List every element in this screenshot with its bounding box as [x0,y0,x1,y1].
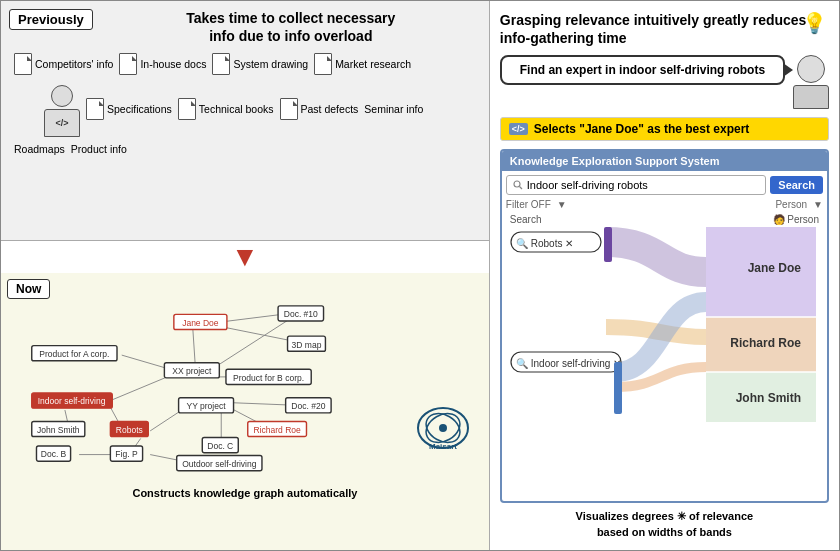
previously-badge: Previously [9,9,93,30]
sankey-svg: 🔍 Robots ✕ 🔍 Indoor self-driving ✕ Jane … [506,227,816,422]
svg-text:XX project: XX project [172,366,212,376]
svg-text:Product for A corp.: Product for A corp. [39,349,109,359]
info-label: In-house docs [140,58,206,70]
person-filter-label: Person [775,199,807,210]
svg-text:Product for B corp.: Product for B corp. [233,373,304,383]
main-container: Previously Takes time to collect necessa… [0,0,840,551]
speech-bubble-area: Find an expert in indoor self-driving ro… [500,55,829,109]
info-item-competitors: Competitors' info [14,53,113,75]
doc-icon [212,53,230,75]
person-head-right [797,55,825,83]
graph-area: Jane Doe Doc. #10 3D map Product for A c… [7,303,483,483]
svg-text:Doc. C: Doc. C [207,441,233,451]
right-title-text: Grasping relevance intuitively greatly r… [500,12,807,46]
doc-icon [178,98,196,120]
right-panel: Grasping relevance intuitively greatly r… [490,1,839,550]
code-icon: </> [509,123,528,135]
code-badge: </> [55,118,68,128]
now-section: Now [1,273,489,550]
svg-text:Doc. B: Doc. B [41,449,67,459]
arrow-down: ▼ [1,241,489,273]
doc-icon [14,53,32,75]
info-label: Market research [335,58,411,70]
svg-text:Indoor self-driving: Indoor self-driving [38,396,106,406]
person-body-right [793,85,829,109]
info-label: Technical books [199,103,274,115]
bubble-text: Find an expert in indoor self-driving ro… [520,63,765,77]
sankey-header-search: Search [510,214,542,225]
graph-edges [65,312,302,462]
info-label: Past defects [301,103,359,115]
search-input-mock[interactable]: Indoor self-driving robots [506,175,766,195]
star-icon: ✳ [677,510,686,522]
sankey-area: Search 🧑 Person [506,214,823,424]
info-item-tech: Technical books [178,81,274,137]
svg-text:Jane Doe: Jane Doe [747,261,801,275]
doc-icon [86,98,104,120]
svg-point-52 [439,424,447,432]
person-head [51,85,73,107]
system-title: Knowledge Exploration Support System [510,155,720,167]
info-item-specs: Specifications [86,81,172,137]
svg-line-55 [519,187,522,190]
speech-bubble: Find an expert in indoor self-driving ro… [500,55,785,85]
svg-rect-68 [604,227,612,262]
svg-text:John Smith: John Smith [37,425,80,435]
person-icon-left: </> [44,85,80,137]
filter-row: Filter OFF ▼ Person ▼ [506,199,823,210]
graph-footer: Constructs knowledge graph automatically [7,487,483,499]
info-item-market: Market research [314,53,411,75]
footer-text: Visualizes degrees [576,510,677,522]
svg-text:Robots: Robots [116,425,143,435]
svg-text:Richard Roe: Richard Roe [730,336,801,350]
info-item-system: System drawing [212,53,308,75]
svg-text:Doc. #20: Doc. #20 [291,401,325,411]
info-label: System drawing [233,58,308,70]
info-label: Roadmaps [14,143,65,155]
info-item-product: Product info [71,143,127,155]
svg-text:YY project: YY project [186,401,226,411]
svg-text:Outdoor self-driving: Outdoor self-driving [182,459,257,469]
filter-label: Filter OFF [506,199,551,210]
svg-text:Doc. #10: Doc. #10 [284,309,318,319]
lightbulb-icon: 💡 [802,11,827,35]
info-items: Competitors' info In-house docs System d… [9,53,481,155]
search-value: Indoor self-driving robots [527,179,648,191]
jane-doe-banner: </> Selects "Jane Doe" as the best exper… [500,117,829,141]
previously-section: Previously Takes time to collect necessa… [1,1,489,241]
maisart-logo: Maisart [413,403,473,453]
now-badge: Now [7,279,50,299]
info-item-seminar: Seminar info [364,81,423,137]
info-label: Competitors' info [35,58,113,70]
left-panel: Previously Takes time to collect necessa… [1,1,490,550]
person-filter-toggle: ▼ [813,199,823,210]
search-button[interactable]: Search [770,176,823,194]
sankey-headers: Search 🧑 Person [506,214,823,225]
svg-text:🔍 Robots  ✕: 🔍 Robots ✕ [516,237,573,250]
search-icon [513,180,523,190]
doc-icon [314,53,332,75]
svg-text:John Smith: John Smith [735,391,800,405]
previously-title: Takes time to collect necessaryinfo due … [101,9,481,45]
graph-svg: Jane Doe Doc. #10 3D map Product for A c… [7,303,483,483]
info-item-defects: Past defects [280,81,359,137]
search-row: Indoor self-driving robots Search [506,175,823,195]
svg-text:Jane Doe: Jane Doe [182,318,219,328]
svg-text:🔍 Indoor self-driving ✕: 🔍 Indoor self-driving ✕ [516,357,621,370]
info-label: Product info [71,143,127,155]
system-ui: Knowledge Exploration Support System Ind… [500,149,829,503]
info-label: Specifications [107,103,172,115]
info-item-roadmaps: Roadmaps [14,143,65,155]
previously-header: Previously Takes time to collect necessa… [9,9,481,45]
info-item-inhouse: In-house docs [119,53,206,75]
svg-line-6 [110,377,167,401]
svg-text:Richard Roe: Richard Roe [253,425,301,435]
person-body: </> [44,109,80,137]
svg-text:Maisart: Maisart [429,442,457,451]
svg-text:3D map: 3D map [292,340,322,350]
doc-icon [119,53,137,75]
person-icon-right [793,55,829,109]
jane-banner-text: Selects "Jane Doe" as the best expert [534,122,749,136]
right-footer: Visualizes degrees ✳ of relevancebased o… [500,509,829,540]
system-ui-body: Indoor self-driving robots Search Filter… [502,171,827,428]
